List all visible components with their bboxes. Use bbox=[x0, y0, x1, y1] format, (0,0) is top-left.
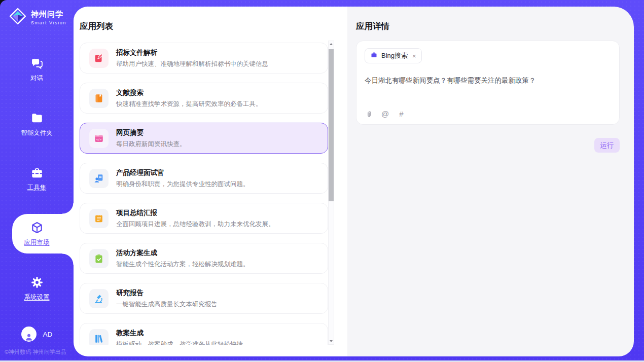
sidebar-item-gear[interactable]: 系统设置 bbox=[0, 272, 74, 305]
paperclip-icon[interactable] bbox=[365, 110, 373, 118]
app-list-title: 应用列表 bbox=[74, 7, 347, 32]
app-item-title: 活动方案生成 bbox=[116, 248, 249, 258]
tool-chip-bing-search[interactable]: Bing搜索 × bbox=[365, 48, 422, 63]
app-list-item[interactable]: 招标文件解析 帮助用户快速、准确地理解和解析招标书中的关键信息 bbox=[80, 43, 328, 74]
app-detail-panel: 应用详情 Bing搜索 × 今日湖北有哪些新闻要点？有哪些需要关注的最新政策？ … bbox=[347, 7, 634, 356]
app-item-desc: 快速精准查找学术资源，提高研究效率的必备工具。 bbox=[116, 100, 262, 108]
book-icon bbox=[89, 89, 109, 108]
input-toolbar: @# bbox=[365, 110, 406, 118]
app-detail-title: 应用详情 bbox=[347, 7, 634, 32]
app-list-item[interactable]: 教案生成 模板驱动，教案秒成，教学准备从此轻松快捷 bbox=[80, 323, 328, 345]
browser-code-icon: </> bbox=[89, 129, 109, 148]
gear-icon bbox=[30, 275, 44, 289]
app-item-desc: 明确身份和职责，为您提供专业性的面试问题。 bbox=[116, 180, 249, 189]
app-item-title: 产品经理面试官 bbox=[116, 168, 249, 177]
app-item-title: 项目总结汇报 bbox=[116, 208, 275, 218]
bubble-fillet-top bbox=[62, 203, 74, 214]
books-icon bbox=[89, 329, 109, 345]
app-item-title: 研究报告 bbox=[116, 288, 218, 298]
app-list: 招标文件解析 帮助用户快速、准确地理解和解析招标书中的关键信息 文献搜索 快速精… bbox=[80, 41, 328, 345]
query-text: 今日湖北有哪些新闻要点？有哪些需要关注的最新政策？ bbox=[365, 76, 611, 86]
app-item-title: 网页摘要 bbox=[116, 128, 186, 137]
tool-chip-label: Bing搜索 bbox=[381, 51, 408, 60]
app-list-item[interactable]: 项目总结汇报 全面回顾项目进展，总结经验教训，助力未来优化发展。 bbox=[80, 203, 328, 234]
sidebar-item-cube[interactable]: 应用市场 bbox=[0, 218, 74, 250]
scroll-down-arrow-icon[interactable] bbox=[329, 338, 334, 344]
app-list-item[interactable]: 产品经理面试官 明确身份和职责，为您提供专业性的面试问题。 bbox=[80, 163, 328, 194]
svg-text:</>: </> bbox=[96, 137, 102, 140]
app-item-title: 教案生成 bbox=[116, 329, 243, 338]
app-list-panel: 应用列表 招标文件解析 帮助用户快速、准确地理解和解析招标书中的关键信息 文献搜… bbox=[74, 7, 347, 356]
scrollbar[interactable] bbox=[328, 41, 334, 345]
app-list-item[interactable]: 活动方案生成 智能生成个性化活动方案，轻松解决规划难题。 bbox=[80, 243, 328, 274]
prompt-card[interactable]: Bing搜索 × 今日湖北有哪些新闻要点？有哪些需要关注的最新政策？ @# bbox=[356, 41, 620, 125]
user-chip[interactable]: AD bbox=[0, 327, 74, 342]
app-list-item[interactable]: 研究报告 一键智能生成高质量长文本研究报告 bbox=[80, 283, 328, 314]
sidebar-item-toolbox[interactable]: 工具集 bbox=[0, 163, 74, 195]
app-list-item[interactable]: </> 网页摘要 每日政府新闻资讯快查。 bbox=[80, 123, 328, 154]
copyright-footer: ©神州数码·神州问学出品 bbox=[5, 348, 66, 356]
app-item-title: 文献搜索 bbox=[116, 88, 262, 97]
app-item-desc: 智能生成个性化活动方案，轻松解决规划难题。 bbox=[116, 260, 249, 269]
app-list-item[interactable]: 文献搜索 快速精准查找学术资源，提高研究效率的必备工具。 bbox=[80, 83, 328, 114]
scrollbar-thumb[interactable] bbox=[329, 49, 334, 201]
microscope-icon bbox=[89, 289, 109, 308]
app-item-desc: 模板驱动，教案秒成，教学准备从此轻松快捷 bbox=[116, 340, 243, 345]
toolbox-icon bbox=[30, 166, 44, 180]
briefcase-icon bbox=[370, 51, 378, 61]
person-icon bbox=[24, 332, 34, 342]
app-item-desc: 每日政府新闻资讯快查。 bbox=[116, 140, 186, 149]
doc-edit-icon bbox=[89, 49, 109, 68]
clipboard-check-icon bbox=[89, 249, 109, 268]
chat-icon bbox=[30, 56, 44, 70]
run-button[interactable]: 运行 bbox=[594, 138, 620, 153]
interviewer-icon bbox=[89, 169, 109, 188]
folder-icon bbox=[30, 111, 44, 125]
app-item-desc: 全面回顾项目进展，总结经验教训，助力未来优化发展。 bbox=[116, 220, 275, 229]
mention-icon[interactable]: @ bbox=[381, 110, 389, 118]
hash-icon[interactable]: # bbox=[397, 110, 406, 118]
brand-logo-icon bbox=[9, 8, 26, 27]
brand: 神州问学 Smart Vision bbox=[0, 0, 74, 27]
app-item-desc: 帮助用户快速、准确地理解和解析招标书中的关键信息 bbox=[116, 60, 268, 68]
brand-tagline: Smart Vision bbox=[31, 20, 66, 25]
sidebar-item-folder[interactable]: 智能文件夹 bbox=[0, 108, 74, 140]
cube-icon bbox=[30, 221, 44, 235]
chip-close-icon[interactable]: × bbox=[412, 53, 416, 59]
user-initials: AD bbox=[43, 331, 53, 338]
scroll-up-arrow-icon[interactable] bbox=[329, 41, 334, 47]
main-content: 应用列表 招标文件解析 帮助用户快速、准确地理解和解析招标书中的关键信息 文献搜… bbox=[74, 7, 634, 356]
sidebar-item-chat[interactable]: 对话 bbox=[0, 53, 74, 86]
sidebar: 神州问学 Smart Vision 对话 智能文件夹 工具集 应用市场 系统设置… bbox=[0, 0, 74, 362]
brand-name: 神州问学 bbox=[31, 10, 66, 19]
sidebar-nav: 对话 智能文件夹 工具集 应用市场 系统设置 bbox=[0, 53, 74, 305]
app-item-desc: 一键智能生成高质量长文本研究报告 bbox=[116, 300, 218, 309]
avatar bbox=[21, 327, 37, 342]
notepad-icon bbox=[89, 209, 109, 228]
app-item-title: 招标文件解析 bbox=[116, 48, 268, 57]
bubble-fillet-bottom bbox=[62, 254, 74, 265]
